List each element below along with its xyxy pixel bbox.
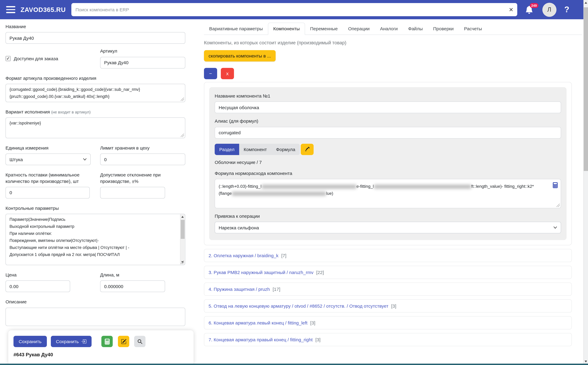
checkbox-checked-icon[interactable]: ✓ (6, 56, 11, 61)
component-name-input[interactable] (215, 102, 561, 113)
edit-button[interactable] (118, 336, 129, 347)
component-list-item[interactable]: 2. Оплетка наружная / braiding_k [7] (204, 249, 572, 262)
component-link[interactable]: 7. Концевая арматура правый конец / fitt… (209, 337, 313, 342)
component-list-item[interactable]: 5. Отвод на левую концевую арматуру / ot… (204, 299, 572, 313)
app-window: ZAVOD365.RU ✕ 249 Л ? Название ✓ Доступе… (0, 0, 588, 365)
deviation-input[interactable] (100, 187, 165, 198)
scrollbar-thumb[interactable] (584, 7, 588, 171)
formula-part: (::length+0.03)-fitting_l (219, 184, 261, 189)
formula-part: e-fitting_l (356, 184, 374, 189)
variant-value: {var::ispolneniye} (9, 121, 41, 125)
mode-component-button[interactable]: Компонент (239, 144, 271, 155)
storage-limit-label: Лимит хранения в цеху (100, 145, 185, 151)
component-list-item[interactable]: 3. Рукав РМВ2 наружный защитный / naruzh… (204, 266, 572, 279)
component-list-item[interactable]: 6. Концевая арматура левый конец / fitti… (204, 316, 572, 329)
save-button[interactable]: Сохранить (14, 336, 47, 347)
scroll-down-icon[interactable] (585, 360, 587, 362)
alias-input[interactable] (215, 127, 561, 138)
calculate-button[interactable] (101, 336, 113, 347)
variant-textarea[interactable]: {var::ispolneniye} (6, 117, 185, 138)
mode-formula-button[interactable]: Формула (271, 144, 300, 155)
control-params-textarea[interactable]: Параметр|Значение|Подпись Выходной контр… (6, 214, 185, 265)
name-input[interactable] (6, 32, 185, 44)
description-textarea[interactable] (6, 308, 185, 326)
storage-limit-input[interactable] (100, 154, 185, 165)
alias-label: Алиас (для формул) (215, 118, 561, 125)
hamburger-menu-icon[interactable] (6, 6, 15, 13)
formula-textarea[interactable]: (::length+0.03)-fitting_le-fitting_lft::… (215, 179, 561, 208)
component-1-panel: Название компонента №1 Алиас (для формул… (204, 82, 572, 245)
available-checkbox-row[interactable]: ✓ Доступен для заказа (6, 49, 91, 69)
collapse-component-button[interactable]: − (204, 68, 217, 79)
app-logo: ZAVOD365.RU (21, 6, 66, 13)
top-bar: ZAVOD365.RU ✕ 249 Л ? (0, 0, 583, 19)
search-record-button[interactable] (134, 336, 145, 347)
component-link[interactable]: 3. Рукав РМВ2 наружный защитный / naruzh… (209, 270, 313, 275)
component-list-item[interactable]: 4. Пружина защитная / pruzh [17] (204, 283, 572, 296)
redacted-text (261, 185, 356, 189)
tab-operations[interactable]: Операции (343, 23, 375, 35)
help-button[interactable]: ? (564, 5, 569, 14)
chevron-down-icon (83, 158, 87, 161)
components-section-title: Компоненты, из которых состоит изделие (… (204, 40, 582, 46)
component-list-item[interactable]: 7. Концевая арматура правый конец / fitt… (204, 333, 572, 346)
page-scrollbar[interactable] (583, 0, 588, 365)
component-count: [3] (315, 337, 320, 342)
calculator-icon (104, 338, 110, 344)
format-textarea[interactable]: {corrugated::ggood_code}.{braiding_k::gg… (6, 84, 185, 102)
remove-component-button[interactable]: x (221, 68, 234, 79)
sku-input[interactable] (100, 57, 185, 68)
tab-checks[interactable]: Проверки (428, 23, 459, 35)
pencil-icon (305, 147, 310, 152)
deviation-label: Допустимое отклонение при производстве, … (100, 172, 185, 184)
copy-components-button[interactable]: скопировать компоненты в ... (204, 50, 276, 62)
record-title: #643 Рукав Ду40 (14, 352, 188, 358)
textarea-scrollbar[interactable] (180, 214, 185, 265)
mode-section-button[interactable]: Раздел (215, 144, 239, 155)
save-and-exit-button[interactable]: Сохранить (51, 336, 92, 347)
format-value: {corrugated::ggood_code}.{braiding_k::gg… (9, 87, 140, 99)
avatar[interactable]: Л (542, 3, 556, 17)
length-input[interactable] (100, 281, 165, 292)
component-link[interactable]: 2. Оплетка наружная / braiding_k (209, 253, 279, 258)
unit-select[interactable]: Штука (6, 154, 91, 165)
variant-note: (не входит в артикул) (51, 110, 91, 114)
tab-variables[interactable]: Переменные (305, 23, 343, 35)
scrollbar-thumb[interactable] (181, 220, 185, 239)
magnifier-icon (137, 339, 143, 344)
description-label: Описание (6, 299, 185, 305)
operation-select[interactable]: Нарезка сильфона (215, 222, 561, 233)
component-link[interactable]: 5. Отвод на левую концевую арматуру / ot… (209, 303, 388, 309)
component-count: [3] (391, 303, 396, 309)
scroll-up-icon[interactable] (585, 2, 587, 4)
available-label: Доступен для заказа (14, 56, 58, 61)
component-link[interactable]: 6. Концевая арматура левый конец / fitti… (209, 320, 307, 325)
notifications-button[interactable]: 249 (525, 6, 533, 14)
tab-bar: Вариативные параметры Компоненты Перемен… (204, 23, 582, 35)
name-label: Название (6, 24, 185, 30)
scroll-down-icon[interactable] (181, 261, 184, 263)
tab-calculations[interactable]: Расчеты (459, 23, 487, 35)
component-mode-row: Раздел Компонент Формула (215, 144, 561, 155)
component-link[interactable]: 4. Пружина защитная / pruzh (209, 287, 270, 292)
variant-label: Вариант исполнения (не входит в артикул) (6, 109, 185, 115)
formula-part: lue) (326, 191, 333, 196)
tab-analogs[interactable]: Аналоги (375, 23, 403, 35)
component-count: [17] (273, 287, 280, 292)
tab-components[interactable]: Компоненты (268, 23, 305, 35)
search-bar: ✕ (71, 3, 517, 16)
tab-variative-params[interactable]: Вариативные параметры (204, 23, 268, 35)
formula-label: Формула норморасхода компонента (215, 170, 561, 176)
notification-badge: 249 (530, 3, 538, 8)
redacted-text (232, 192, 326, 196)
clear-search-icon[interactable]: ✕ (509, 7, 513, 12)
formula-part: ft::length_value)- (471, 184, 503, 189)
tab-files[interactable]: Файлы (403, 23, 428, 35)
price-input[interactable] (6, 281, 70, 292)
multiplicity-input[interactable] (6, 187, 90, 198)
chevron-down-icon (553, 226, 557, 229)
formula-calculator-button[interactable] (552, 182, 558, 188)
scroll-up-icon[interactable] (181, 216, 184, 218)
edit-section-button[interactable] (301, 144, 314, 155)
search-input[interactable] (71, 3, 517, 16)
